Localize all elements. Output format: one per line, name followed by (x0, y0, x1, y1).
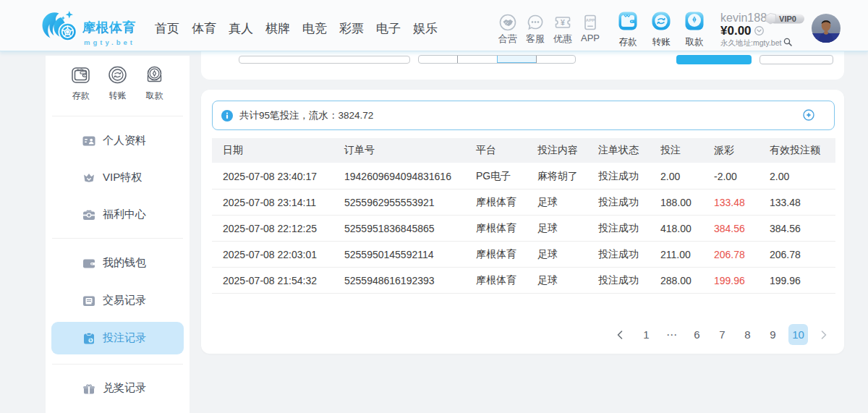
svg-text:VIP0: VIP0 (779, 14, 796, 23)
svg-text:¥: ¥ (561, 18, 565, 27)
svg-text:APP: APP (586, 18, 595, 22)
